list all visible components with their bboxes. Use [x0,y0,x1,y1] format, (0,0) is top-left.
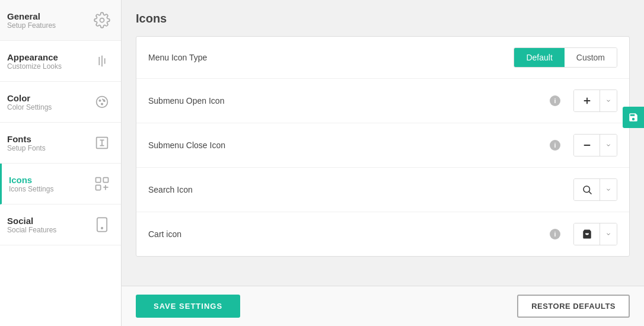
sidebar-item-sublabel-appearance: Customize Looks [7,62,90,71]
sidebar-item-text-social: Social Social Features [7,216,90,234]
footer: SAVE SETTINGS RESTORE DEFAULTS [122,286,644,326]
icon-selector-dropdown-search-icon[interactable] [600,179,617,200]
icon-selector-main-cart-icon [574,223,600,245]
sidebar-item-label-icons: Icons [9,175,90,185]
sidebar-item-social[interactable]: Social Social Features [0,204,121,245]
icon-selector-main-submenu-close-icon [574,135,600,156]
sidebar-item-icon-icons [90,172,114,196]
icon-selector-dropdown-submenu-close-icon[interactable] [600,135,617,156]
app-layout: General Setup Features Appearance Custom… [0,0,644,326]
sidebar-item-icon-fonts [90,131,114,155]
sidebar-item-icon-social [90,213,114,236]
svg-point-3 [97,97,108,108]
sidebar: General Setup Features Appearance Custom… [0,0,122,326]
icon-selector-submenu-open-icon [573,90,617,112]
info-icon-cart-icon: i [550,229,560,239]
sidebar-item-general[interactable]: General Setup Features [0,0,121,41]
sidebar-item-text-appearance: Appearance Customize Looks [7,52,90,71]
toggle-btn-custom[interactable]: Custom [565,48,617,67]
setting-row-submenu-close-icon: Submenu Close Icon i [136,123,629,168]
svg-point-6 [101,103,103,104]
sidebar-item-icon-appearance [90,49,114,73]
setting-label-submenu-close-icon: Submenu Close Icon [148,140,550,150]
setting-row-menu-icon-type: Menu Icon Type Default Custom [136,37,629,79]
setting-control-submenu-close-icon: i [550,134,617,156]
setting-label-menu-icon-type: Menu Icon Type [148,53,514,62]
sidebar-item-label-social: Social [7,216,90,226]
sidebar-item-fonts[interactable]: Fonts Setup Fonts [0,123,121,164]
sidebar-item-icon-general [90,8,114,32]
icon-selector-search-icon [573,178,617,201]
setting-row-submenu-open-icon: Submenu Open Icon i [136,79,629,123]
setting-row-cart-icon: Cart icon i [136,212,629,256]
sidebar-item-sublabel-icons: Icons Settings [9,185,90,193]
toggle-group-menu-icon-type: Default Custom [514,47,617,68]
sidebar-item-sublabel-color: Color Settings [7,103,90,111]
icon-selector-main-submenu-open-icon [574,90,600,111]
sidebar-item-color[interactable]: Color Color Settings [0,82,121,123]
sidebar-item-sublabel-general: Setup Features [7,21,90,30]
sidebar-item-appearance[interactable]: Appearance Customize Looks [0,41,121,82]
setting-control-search-icon [573,178,617,201]
setting-label-submenu-open-icon: Submenu Open Icon [148,96,550,106]
icon-selector-submenu-close-icon [573,134,617,156]
sidebar-item-text-icons: Icons Icons Settings [9,175,90,193]
svg-rect-8 [96,178,101,183]
sidebar-item-icons[interactable]: Icons Icons Settings [0,164,121,204]
restore-defaults-button[interactable]: RESTORE DEFAULTS [517,295,630,318]
settings-panel: Menu Icon Type Default Custom Submenu Op… [136,36,630,257]
sidebar-item-label-fonts: Fonts [7,134,90,144]
sidebar-item-text-general: General Setup Features [7,11,90,30]
sidebar-item-label-appearance: Appearance [7,52,90,62]
sidebar-item-sublabel-social: Social Features [7,226,90,234]
main-content: Icons Menu Icon Type Default Custom Subm… [122,0,644,326]
setting-control-cart-icon: i [550,223,617,245]
sidebar-item-label-color: Color [7,93,90,103]
svg-point-4 [99,100,100,101]
save-button[interactable]: SAVE SETTINGS [136,295,240,318]
icon-selector-cart-icon [573,223,617,245]
setting-row-search-icon: Search Icon [136,168,629,212]
svg-point-16 [584,186,590,193]
section-title: Icons [136,12,630,25]
svg-rect-9 [103,178,108,183]
sidebar-item-sublabel-fonts: Setup Fonts [7,144,90,152]
setting-control-submenu-open-icon: i [550,90,617,112]
icon-selector-main-search-icon [574,179,600,200]
sidebar-item-icon-color [90,90,114,114]
setting-label-cart-icon: Cart icon [148,229,550,239]
sidebar-item-label-general: General [7,11,90,21]
setting-control-menu-icon-type: Default Custom [514,47,617,68]
svg-point-12 [101,228,103,229]
info-icon-submenu-open-icon: i [550,95,560,106]
icon-selector-dropdown-submenu-open-icon[interactable] [600,90,617,111]
svg-rect-11 [97,218,107,231]
content-area: Icons Menu Icon Type Default Custom Subm… [122,0,644,286]
svg-rect-10 [96,185,101,190]
svg-point-5 [103,100,104,101]
save-edge-button[interactable] [623,107,644,128]
setting-label-search-icon: Search Icon [148,185,573,194]
sidebar-item-text-fonts: Fonts Setup Fonts [7,134,90,152]
toggle-btn-default[interactable]: Default [514,48,564,67]
icon-selector-dropdown-cart-icon[interactable] [600,223,617,245]
sidebar-item-text-color: Color Color Settings [7,93,90,111]
svg-line-17 [589,191,591,194]
info-icon-submenu-close-icon: i [550,140,560,151]
